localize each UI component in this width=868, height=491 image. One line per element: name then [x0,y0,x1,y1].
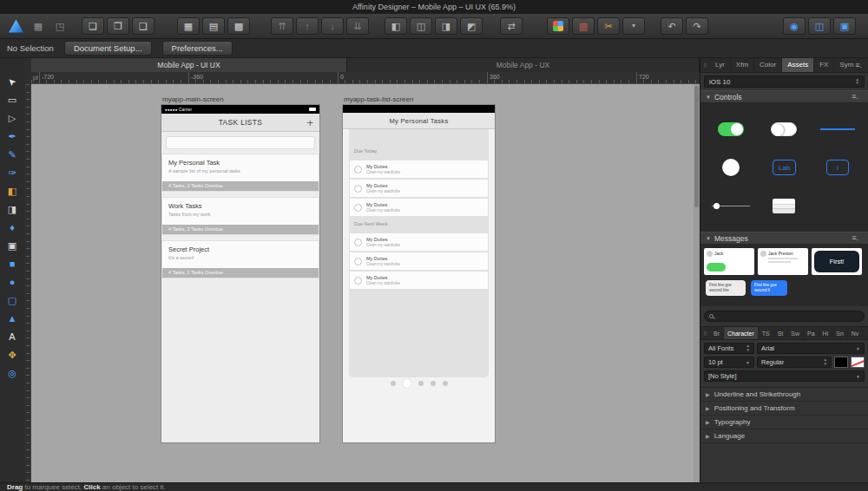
studio-tab[interactable]: Xfm [731,58,754,72]
vector-crop-tool[interactable]: ▣ [2,237,23,255]
messages-section-header[interactable]: Messages [700,232,868,245]
assets-search-field[interactable] [704,311,865,322]
character-panel-tab[interactable]: Br [710,327,724,339]
colour-picker-tool[interactable]: ♦ [2,219,23,237]
move-backward-button[interactable]: ↓ [321,17,344,35]
artboard-tool[interactable]: ▭ [2,91,23,109]
align-right-button[interactable]: ◨ [435,17,457,35]
studio-tab[interactable]: Lyr [710,58,731,72]
studio-tab[interactable]: Assets [782,58,814,72]
vector-crop-button[interactable]: ✂ [597,17,620,35]
stepper-icon[interactable] [856,78,859,86]
text-color-swatch[interactable] [834,357,848,368]
character-panel-tab[interactable]: St [774,327,788,339]
studio-tab[interactable]: Color [754,58,782,72]
asset-label-button[interactable]: Lab [773,160,796,175]
asset-separator-line[interactable] [820,128,855,130]
asset-slider[interactable] [712,201,750,210]
export-persona-button[interactable]: ◳ [50,17,69,35]
canvas-vertical-scrollbar[interactable] [694,84,700,482]
transparency-tool[interactable]: ◨ [2,200,23,219]
triangle-tool[interactable]: ▲ [2,310,23,328]
vertical-ruler[interactable] [24,84,31,482]
pixel-persona-button[interactable]: ▦ [29,17,48,35]
horizontal-ruler[interactable]: pt -720-3600360720 [31,72,700,84]
transform-button[interactable]: ⇄ [500,17,523,35]
distribute-button[interactable]: ◩ [460,17,483,35]
zoom-tool[interactable]: ◎ [2,364,23,383]
doc-tab-mobile-app-ui-ux[interactable]: Mobile App - UI UX [31,58,347,72]
show-grid-button[interactable]: ▦ [177,17,200,35]
pen-tool[interactable]: ✒ [2,128,23,146]
view-tool[interactable]: ✥ [2,346,23,364]
artboard-myapp-task-list-screen[interactable]: myapp-task-list-screen My Personal Tasks… [343,105,495,442]
scrollbar-thumb[interactable] [694,86,699,207]
redo-button[interactable]: ↷ [686,17,708,35]
panel-drag-grip-icon[interactable] [700,327,710,339]
controls-section-header[interactable]: Controls [700,90,868,103]
vector-brush-tool[interactable]: ✑ [2,164,23,182]
asset-toggle-off[interactable] [771,122,797,136]
undo-button[interactable]: ↶ [661,17,683,35]
preview-mode-button[interactable]: ▣ [833,17,856,35]
document-setup-button[interactable]: Document Setup... [64,41,152,56]
panel-menu-icon[interactable] [851,58,866,72]
symbols-button[interactable] [547,17,569,35]
move-to-front-button[interactable]: ⇈ [271,17,293,35]
replace-selection-button[interactable]: ❑ [132,17,155,35]
character-panel-tab[interactable]: Pa [804,327,819,339]
studio-tab[interactable]: FX [814,58,834,72]
align-left-button[interactable]: ◧ [385,17,407,35]
artboard-label[interactable]: myapp-main-screen [162,95,224,103]
preferences-button[interactable]: Preferences... [162,41,233,56]
stroke-none-swatch[interactable] [851,357,865,368]
stepper-down-icon[interactable] [856,82,859,86]
move-to-back-button[interactable]: ⇊ [346,17,369,35]
character-panel-tab[interactable]: Character [724,327,759,339]
move-forward-button[interactable]: ↑ [296,17,319,35]
character-panel-tab[interactable]: Sn [832,327,848,339]
asset-input-button[interactable]: I [826,160,849,175]
color-format-button[interactable]: ▥ [572,17,595,35]
font-family-select[interactable]: Arial [757,343,865,354]
align-center-button[interactable]: ◫ [410,17,432,35]
asset-chat-dark-bubble[interactable]: First! [812,248,862,275]
section-menu-icon[interactable] [847,232,863,244]
split-view-button[interactable]: ◫ [808,17,831,35]
character-panel-tab[interactable]: Sw [787,327,804,339]
text-style-select[interactable]: [No Style] [704,370,865,382]
character-section-row[interactable]: Underline and Strikethrough [700,388,868,402]
artboard-label[interactable]: myapp-task-list-screen [344,95,413,103]
character-panel-tab[interactable]: Nv [848,327,864,339]
doc-tab-mobile-app-ux[interactable]: Mobile App - UX [347,58,700,72]
rectangle-tool[interactable]: ■ [2,255,23,273]
canvas[interactable]: myapp-main-screen ●●●●● Carrier TASK LIS… [31,84,700,482]
asset-chat-blue-bubble[interactable]: First line goe second li [751,280,787,296]
asset-chat-green-bubble[interactable]: Jack [704,248,754,275]
insert-behind-button[interactable]: ❐ [107,17,129,35]
font-collection-select[interactable]: All Fonts [704,343,754,354]
node-tool[interactable]: ▷ [2,109,23,128]
character-panel-tab[interactable]: Hi [819,327,833,339]
section-menu-icon[interactable] [847,91,863,102]
affinity-designer-logo-icon[interactable] [9,20,23,33]
artistic-text-tool[interactable]: A [2,328,23,346]
character-panel-tab[interactable]: TS [759,327,774,339]
insert-inside-button[interactable]: ❏ [82,17,104,35]
character-section-row[interactable]: Language [700,429,868,443]
artboard-myapp-main-screen[interactable]: myapp-main-screen ●●●●● Carrier TASK LIS… [161,105,319,442]
snapping-options-button[interactable]: ▩ [227,17,250,35]
font-weight-select[interactable]: Regular [757,357,832,368]
asset-chat-contact-row[interactable]: Jack Preston [758,248,808,275]
asset-slider-knob[interactable] [722,159,740,176]
rounded-rectangle-tool[interactable]: ▢ [2,291,23,310]
zoom-options-button[interactable]: ◉ [783,17,806,35]
asset-keyboard-icon[interactable] [773,199,795,213]
panel-drag-grip-icon[interactable] [700,58,710,72]
asset-chat-light-bubble[interactable]: First line goe second line [706,280,746,296]
pencil-tool[interactable]: ✎ [2,146,23,164]
ellipse-tool[interactable]: ● [2,273,23,291]
tool-options-button[interactable]: ▾ [622,17,645,35]
asset-toggle-on[interactable] [718,122,744,136]
font-size-select[interactable]: 10 pt [704,357,754,368]
